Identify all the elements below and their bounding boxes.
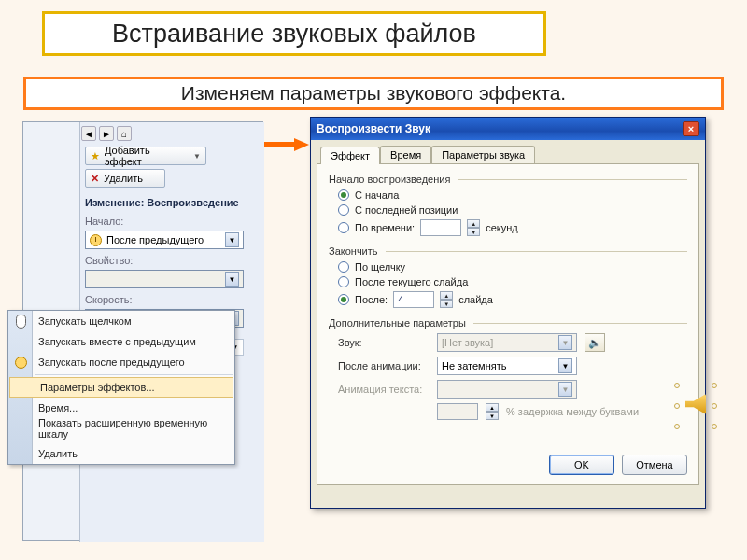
group-end: Закончить [329,245,687,257]
separator [35,374,233,375]
slide-subtitle: Изменяем параметры звукового эффекта. [23,77,724,110]
anim-text-select: ▼ [437,380,577,399]
opt-last-position[interactable]: С последней позиции [338,204,687,216]
remove-effect-label: Удалить [104,173,143,184]
dropdown-icon: ▼ [558,382,572,397]
tab-effect[interactable]: Эффект [320,147,380,164]
letter-delay-input [437,403,478,420]
radio-icon[interactable] [338,276,349,287]
preview-sound-button[interactable]: 🔈 [585,333,605,352]
add-effect-button[interactable]: ★ Добавить эффект ▼ [85,147,206,165]
group-start-playback: Начало воспроизведения [329,174,687,185]
dialog-title-text: Воспроизвести Звук [317,122,430,135]
chevron-down-icon: ▼ [193,152,201,161]
remove-effect-button[interactable]: ✕ Удалить [85,169,165,188]
star-icon: ★ [91,150,100,162]
ctx-label: Запускать после предыдущего [38,357,185,368]
task-pane-toolbar: ◄ ► ⌂ [81,126,132,141]
ctx-label: Запускать щелчком [38,315,132,327]
dialog-tabs: Эффект Время Параметры звука [311,140,705,163]
tab-panel-effect: Начало воспроизведения С начала С послед… [317,163,699,485]
slide-label: слайда [458,294,493,305]
dialog-titlebar: Воспроизвести Звук × [311,118,705,140]
ctx-show-timeline[interactable]: Показать расширенную временную шкалу [8,418,234,439]
ctx-start-on-click[interactable]: Запускать щелчком [8,311,234,331]
start-select[interactable]: После предыдущего ▼ [85,231,244,249]
group-extra: Дополнительные параметры [329,317,687,329]
pointer-arrow [257,138,313,151]
letter-delay-spinner: ▲▼ [486,403,499,420]
ctx-delete[interactable]: Удалить [8,443,234,464]
radio-icon[interactable] [338,204,349,216]
ctx-label: Время... [38,402,78,413]
ctx-effect-options[interactable]: Параметры эффектов... [9,377,233,398]
ctx-label: Удалить [38,448,78,459]
speed-label: Скорость: [85,294,133,305]
dropdown-icon[interactable]: ▼ [558,335,572,350]
x-icon: ✕ [91,173,99,185]
letter-delay-label: % задержка между буквами [506,406,639,417]
opt-on-click[interactable]: По щелчку [338,261,687,273]
ctx-start-with-previous[interactable]: Запускать вместе с предыдущим [8,331,234,352]
seconds-label: секунд [486,222,518,233]
time-spinner[interactable]: ▲▼ [467,219,480,236]
ctx-label: Показать расширенную временную шкалу [38,417,234,440]
opt-after-current-slide[interactable]: После текущего слайда [338,276,687,287]
mouse-icon [13,314,28,329]
property-label: Свойство: [85,255,133,266]
slide-title-text: Встраивание звуковых файлов [112,20,476,49]
opt-by-time[interactable]: По времени: ▲▼ секунд [338,219,687,236]
after-anim-select[interactable]: Не затемнять ▼ [437,357,577,375]
start-value: После предыдущего [106,234,204,245]
radio-icon[interactable] [338,189,349,201]
speaker-icon [685,394,706,414]
opt-after-n-slides[interactable]: После: 4 ▲▼ слайда [338,291,687,308]
dropdown-icon: ▼ [225,272,239,287]
clock-icon [90,234,102,246]
slide-title: Встраивание звуковых файлов [42,11,546,56]
tab-sound-params[interactable]: Параметры звука [431,146,535,163]
ctx-label: Запускать вместе с предыдущим [38,336,196,347]
sound-label: Звук: [338,337,430,348]
start-label: Начало: [85,216,123,227]
radio-icon[interactable] [338,222,349,233]
forward-icon[interactable]: ► [99,126,114,141]
clock-icon [13,355,28,370]
home-icon[interactable]: ⌂ [117,126,132,141]
change-section-title: Изменение: Воспроизведение [85,197,239,208]
separator [35,441,233,441]
play-sound-dialog: Воспроизвести Звук × Эффект Время Параме… [310,117,706,509]
radio-icon[interactable] [338,261,349,273]
slide-subtitle-text: Изменяем параметры звукового эффекта. [181,82,566,105]
cancel-button[interactable]: Отмена [622,455,687,475]
dropdown-icon[interactable]: ▼ [558,358,572,373]
time-input[interactable] [420,219,461,236]
ctx-start-after-previous[interactable]: Запускать после предыдущего [8,352,234,372]
after-slides-input[interactable]: 4 [393,291,434,308]
ctx-timing[interactable]: Время... [8,398,234,418]
sound-object-icon [674,383,719,431]
opt-from-start[interactable]: С начала [338,189,687,201]
add-effect-label: Добавить эффект [105,145,189,167]
sound-select[interactable]: [Нет звука] ▼ [437,333,577,352]
after-slides-spinner[interactable]: ▲▼ [440,291,453,308]
tab-time[interactable]: Время [380,146,431,163]
context-menu: Запускать щелчком Запускать вместе с пре… [7,310,235,465]
speaker-icon: 🔈 [588,337,601,349]
after-anim-label: После анимации: [338,360,430,371]
property-select: ▼ [85,270,244,288]
dropdown-icon[interactable]: ▼ [225,232,239,247]
ctx-label: Параметры эффектов... [40,382,155,393]
back-icon[interactable]: ◄ [81,126,96,141]
close-button[interactable]: × [683,121,699,136]
anim-text-label: Анимация текста: [338,384,430,395]
ok-button[interactable]: OK [549,455,614,475]
radio-icon[interactable] [338,294,349,305]
